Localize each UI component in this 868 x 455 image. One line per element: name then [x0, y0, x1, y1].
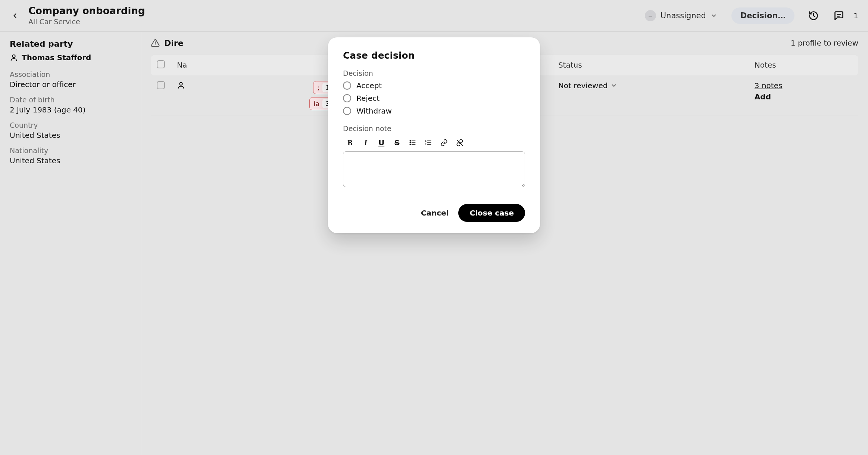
underline-button[interactable]: U	[377, 138, 386, 148]
italic-button[interactable]: I	[361, 138, 371, 148]
svg-point-6	[410, 140, 410, 141]
close-case-button[interactable]: Close case	[458, 204, 525, 222]
note-section-label: Decision note	[343, 124, 525, 133]
link-button[interactable]	[439, 138, 449, 148]
cancel-button[interactable]: Cancel	[421, 208, 449, 217]
svg-text:3: 3	[425, 143, 427, 146]
case-decision-modal: Case decision Decision Accept Reject Wit…	[328, 37, 540, 233]
radio-icon	[343, 81, 351, 90]
bold-button[interactable]: B	[345, 138, 355, 148]
link-icon	[440, 139, 448, 146]
radio-icon	[343, 94, 351, 102]
svg-point-10	[410, 144, 410, 145]
modal-title: Case decision	[343, 50, 525, 61]
unlink-button[interactable]	[455, 138, 465, 148]
svg-point-8	[410, 142, 410, 143]
bulleted-list-icon	[409, 139, 416, 146]
radio-reject-label: Reject	[356, 94, 380, 103]
radio-withdraw-label: Withdraw	[356, 106, 392, 115]
radio-reject[interactable]: Reject	[343, 94, 525, 103]
decision-note-input[interactable]	[343, 151, 525, 187]
numbered-list-icon: 123	[425, 139, 432, 146]
numbered-list-button[interactable]: 123	[424, 138, 433, 148]
radio-accept[interactable]: Accept	[343, 81, 525, 90]
modal-overlay: Case decision Decision Accept Reject Wit…	[0, 0, 868, 455]
editor-toolbar: B I U S 123	[343, 136, 525, 151]
radio-withdraw[interactable]: Withdraw	[343, 106, 525, 115]
radio-accept-label: Accept	[356, 81, 382, 90]
decision-section-label: Decision	[343, 69, 525, 77]
unlink-icon	[456, 139, 463, 146]
radio-icon	[343, 107, 351, 115]
bulleted-list-button[interactable]	[408, 138, 418, 148]
strikethrough-button[interactable]: S	[392, 138, 402, 148]
